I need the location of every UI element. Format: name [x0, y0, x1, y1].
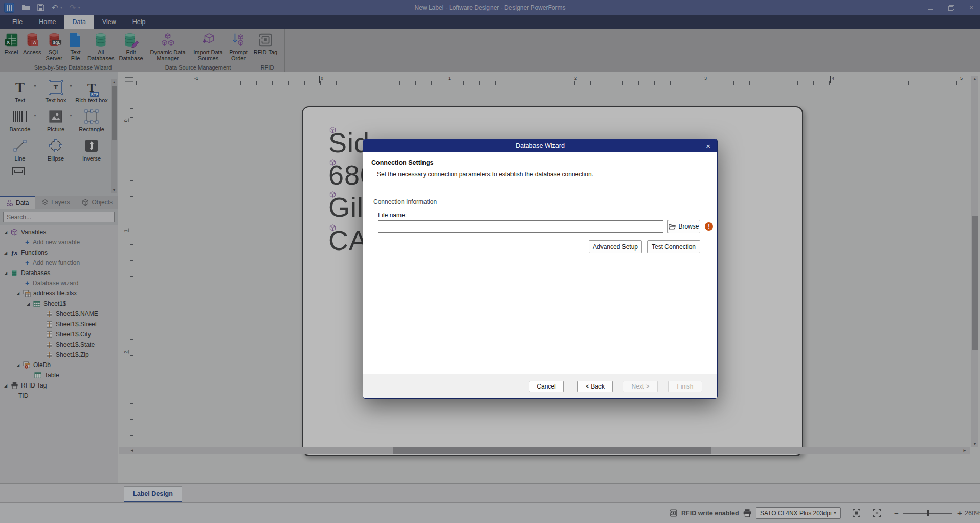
back-button[interactable]: < Back — [577, 381, 613, 392]
dialog-subheading: Set the necessary connection parameters … — [377, 171, 709, 178]
dialog-close-icon[interactable]: × — [704, 139, 712, 152]
application-window: ↶▾ ↷▾ New Label - Loftware Designer - De… — [0, 0, 980, 523]
dialog-footer: Cancel < Back Next > Finish — [363, 374, 717, 398]
advanced-setup-button[interactable]: Advanced Setup — [589, 240, 642, 253]
browse-button[interactable]: Browse — [667, 220, 700, 233]
dialog-body: Connection Information File name: Browse… — [363, 191, 717, 374]
folder-icon — [669, 224, 676, 230]
finish-button[interactable]: Finish — [668, 381, 702, 392]
dialog-heading: Connection Settings — [371, 159, 709, 166]
dialog-header: Connection Settings Set the necessary co… — [363, 152, 717, 191]
test-connection-button[interactable]: Test Connection — [647, 240, 700, 253]
file-name-input[interactable] — [378, 220, 663, 233]
validation-warning-icon: ! — [705, 222, 713, 231]
dialog-title: Database Wizard — [516, 142, 565, 149]
database-wizard-dialog: Database Wizard × Connection Settings Se… — [363, 139, 718, 399]
next-button[interactable]: Next > — [623, 381, 658, 392]
file-name-label: File name: — [378, 212, 407, 219]
dialog-titlebar: Database Wizard × — [363, 139, 717, 152]
connection-information-section: Connection Information — [373, 198, 698, 206]
section-divider — [442, 202, 698, 202]
cancel-button[interactable]: Cancel — [529, 381, 564, 392]
